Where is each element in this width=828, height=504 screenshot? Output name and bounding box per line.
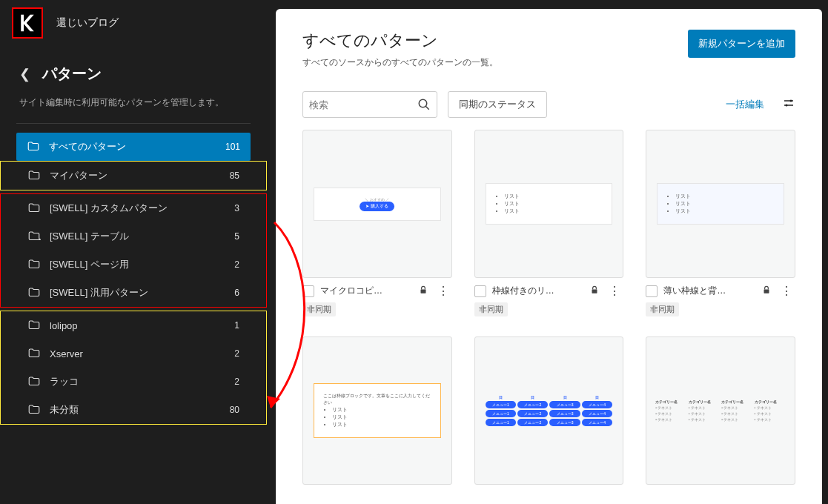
- sidebar-item-lolipop[interactable]: lolipop1: [17, 311, 250, 339]
- sidebar-item-label: Xserver: [50, 348, 234, 359]
- folder-icon: [27, 403, 41, 417]
- sidebar-item-label: [SWELL] ページ用: [50, 258, 234, 271]
- select-checkbox[interactable]: [302, 285, 314, 297]
- sidebar-item-swell-general[interactable]: [SWELL] 汎用パターン6: [17, 279, 250, 307]
- sync-status-tag: 非同期: [302, 302, 336, 316]
- sync-status-tag: 非同期: [646, 302, 679, 316]
- sidebar-item-rakko[interactable]: ラッコ2: [17, 368, 250, 396]
- pattern-title: マイクロコピ…: [320, 285, 412, 297]
- search-icon: [417, 98, 431, 111]
- sidebar-item-xserver[interactable]: Xserver2: [17, 339, 250, 368]
- sidebar-item-swell-page[interactable]: [SWELL] ページ用2: [17, 251, 250, 279]
- pattern-card[interactable]: 日日日日 メニュー1メニュー2メニュー3メニュー4 メニュー1メニュー2メニュー…: [474, 336, 624, 490]
- svg-rect-11: [764, 289, 769, 293]
- pattern-thumbnail: ＼ おすすめ ／ ➤ 購入する: [302, 130, 452, 278]
- folder-icon: [27, 202, 41, 215]
- folder-icon: [27, 230, 41, 243]
- svg-rect-9: [420, 289, 425, 293]
- pattern-thumbnail: リストリストリスト: [646, 130, 795, 278]
- select-checkbox[interactable]: [474, 285, 486, 297]
- sidebar-item-count: 1: [234, 320, 239, 331]
- actions-menu[interactable]: ⋮: [434, 284, 452, 298]
- svg-point-8: [786, 105, 788, 107]
- pattern-card[interactable]: カテゴリー名カテゴリー名カテゴリー名カテゴリー名 • テキスト• テキスト• テ…: [646, 336, 795, 490]
- svg-rect-10: [592, 289, 597, 293]
- page-title: すべてのパターン: [302, 30, 688, 52]
- sidebar-item-label: マイパターン: [50, 169, 230, 182]
- sidebar-item-my-patterns[interactable]: マイパターン 85: [17, 162, 250, 190]
- sidebar: ❮ パターン サイト編集時に利用可能なパターンを管理します。 すべてのパターン …: [0, 46, 267, 504]
- sync-status-tag: 非同期: [474, 302, 508, 316]
- sidebar-group-other: lolipop1 Xserver2 ラッコ2 未分類80: [0, 311, 267, 425]
- pattern-card[interactable]: ＼ おすすめ ／ ➤ 購入する マイクロコピ… ⋮ 非同期: [302, 130, 452, 322]
- pattern-thumbnail: リストリストリスト: [474, 130, 624, 278]
- svg-point-3: [419, 99, 427, 107]
- lock-icon: [761, 285, 772, 298]
- sidebar-item-swell-table[interactable]: [SWELL] テーブル5: [17, 222, 250, 251]
- pattern-thumbnail: カテゴリー名カテゴリー名カテゴリー名カテゴリー名 • テキスト• テキスト• テ…: [646, 336, 795, 485]
- bulk-edit-link[interactable]: 一括編集: [726, 98, 764, 111]
- main-panel: すべてのパターン すべてのソースからのすべてのパターンの一覧。 新規パターンを追…: [276, 9, 822, 504]
- back-chevron-icon[interactable]: ❮: [19, 66, 30, 82]
- sidebar-group-swell: [SWELL] カスタムパターン3 [SWELL] テーブル5 [SWELL] …: [0, 193, 267, 308]
- svg-line-4: [425, 106, 429, 110]
- sidebar-item-count: 101: [225, 142, 240, 152]
- sidebar-item-count: 5: [234, 231, 239, 242]
- sidebar-item-swell-custom[interactable]: [SWELL] カスタムパターン3: [17, 194, 250, 222]
- pattern-card[interactable]: リストリストリスト 薄い枠線と背… ⋮ 非同期: [646, 130, 795, 322]
- sidebar-item-label: [SWELL] 汎用パターン: [50, 286, 234, 299]
- pattern-card[interactable]: リストリストリスト 枠線付きのリ… ⋮ 非同期: [474, 130, 624, 322]
- folder-icon: [27, 319, 41, 332]
- sidebar-item-count: 2: [234, 348, 239, 359]
- sidebar-item-count: 2: [234, 259, 239, 270]
- actions-menu[interactable]: ⋮: [606, 284, 623, 298]
- add-pattern-button[interactable]: 新規パターンを追加: [688, 30, 795, 58]
- actions-menu[interactable]: ⋮: [778, 284, 795, 298]
- pattern-thumbnail: ここは枠線ブロックです。文章をここに入力してください リストリストリスト: [302, 336, 452, 485]
- select-checkbox[interactable]: [646, 285, 658, 297]
- site-logo[interactable]: [12, 7, 43, 39]
- sidebar-group-my: マイパターン 85: [0, 161, 267, 190]
- sidebar-separator: [16, 123, 251, 124]
- sidebar-item-label: ラッコ: [50, 375, 234, 388]
- sync-status-filter[interactable]: 同期のステータス: [448, 91, 547, 118]
- folder-icon: [27, 258, 41, 271]
- folder-icon: [27, 375, 41, 388]
- sidebar-item-label: lolipop: [50, 320, 234, 331]
- svg-point-6: [790, 100, 792, 102]
- lock-icon: [418, 285, 428, 298]
- sidebar-item-count: 3: [234, 203, 239, 213]
- sidebar-item-label: 未分類: [50, 403, 230, 417]
- sliders-icon: [782, 96, 795, 110]
- lock-icon: [589, 285, 600, 298]
- sidebar-title: パターン: [42, 64, 102, 84]
- page-subtitle: すべてのソースからのすべてのパターンの一覧。: [302, 56, 688, 69]
- toolbar: 同期のステータス 一括編集: [276, 76, 822, 127]
- sidebar-item-count: 2: [234, 377, 239, 387]
- filter-settings[interactable]: [782, 96, 795, 113]
- search-input-wrapper[interactable]: [302, 91, 437, 118]
- sidebar-item-all-patterns[interactable]: すべてのパターン 101: [16, 133, 251, 161]
- sidebar-item-count: 6: [234, 288, 239, 298]
- sidebar-item-count: 85: [230, 170, 239, 181]
- svg-rect-0: [16, 12, 39, 34]
- folder-icon: [27, 169, 41, 182]
- sidebar-item-label: すべてのパターン: [49, 140, 225, 153]
- sidebar-item-label: [SWELL] テーブル: [50, 230, 234, 243]
- folder-icon: [27, 286, 41, 299]
- sidebar-item-label: [SWELL] カスタムパターン: [50, 202, 234, 215]
- logo-k-icon: [16, 12, 39, 34]
- pattern-title: 枠線付きのリ…: [492, 285, 584, 297]
- folder-icon: [27, 347, 41, 360]
- sidebar-item-count: 80: [230, 405, 239, 415]
- pattern-title: 薄い枠線と背…: [663, 285, 755, 297]
- sidebar-item-uncategorized[interactable]: 未分類80: [17, 396, 250, 424]
- pattern-thumbnail: 日日日日 メニュー1メニュー2メニュー3メニュー4 メニュー1メニュー2メニュー…: [474, 336, 624, 485]
- folder-icon: [27, 140, 40, 153]
- pattern-grid: ＼ おすすめ ／ ➤ 購入する マイクロコピ… ⋮ 非同期 リストリストリスト …: [276, 127, 822, 504]
- search-input[interactable]: [309, 99, 417, 110]
- sidebar-description: サイト編集時に利用可能なパターンを管理します。: [0, 96, 267, 123]
- pattern-card[interactable]: ここは枠線ブロックです。文章をここに入力してください リストリストリスト: [302, 336, 452, 490]
